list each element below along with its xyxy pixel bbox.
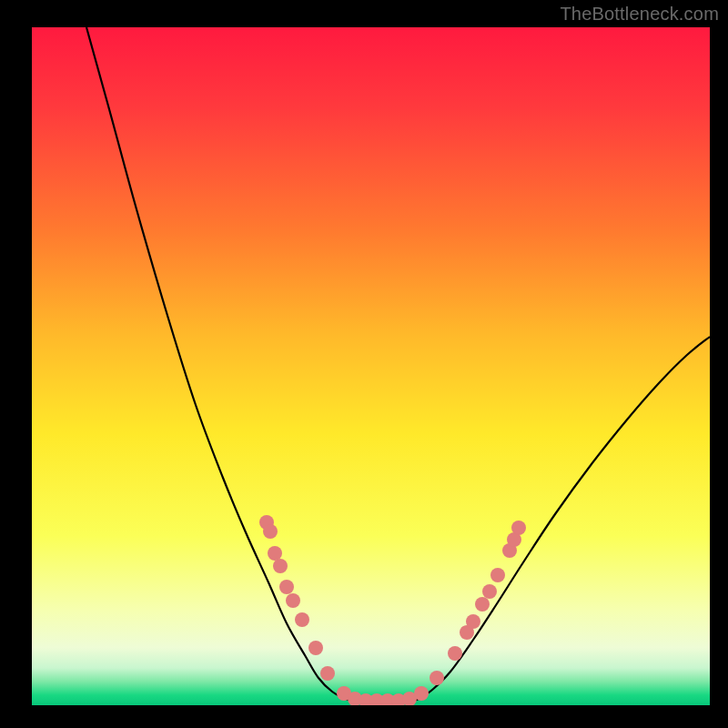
data-dot: [279, 580, 294, 594]
data-dot: [482, 584, 497, 599]
data-dot: [286, 593, 300, 608]
bottleneck-chart: [0, 0, 728, 728]
data-dot: [475, 597, 490, 612]
data-dot: [295, 612, 309, 627]
data-dot: [466, 614, 480, 629]
watermark-text: TheBottleneck.com: [560, 4, 719, 25]
data-dot: [430, 671, 444, 685]
data-dot: [268, 546, 282, 561]
data-dot: [273, 559, 288, 573]
data-dot: [308, 641, 323, 655]
data-dot: [414, 686, 429, 701]
data-dot: [448, 646, 462, 661]
data-dot: [511, 521, 526, 535]
data-dot: [490, 568, 505, 582]
data-dot: [320, 666, 335, 681]
plot-background: [32, 27, 710, 705]
data-dot: [263, 524, 278, 539]
chart-frame: TheBottleneck.com: [0, 0, 728, 728]
